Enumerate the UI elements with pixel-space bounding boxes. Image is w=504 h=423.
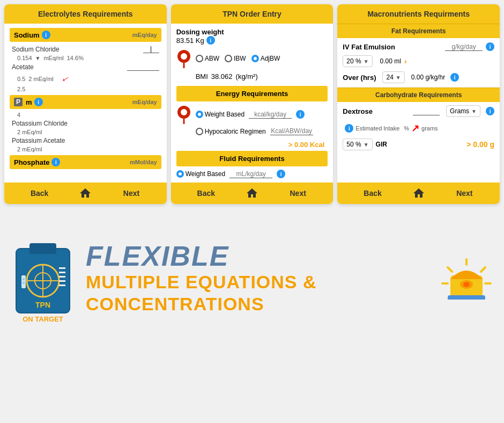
- macro-next-button[interactable]: Next: [429, 183, 500, 204]
- svg-rect-14: [59, 272, 65, 273]
- ibw-label: IBW: [234, 55, 246, 62]
- over-hrs-value: 24: [386, 74, 393, 81]
- potassium-chloride-sub: 2 mEq/ml: [10, 128, 161, 136]
- iv-fat-input[interactable]: [445, 43, 483, 51]
- dosing-weight-label: Dosing weight: [176, 28, 224, 36]
- dextrose-info[interactable]: i: [486, 107, 494, 115]
- macro-home-icon[interactable]: [408, 183, 429, 204]
- estimated-unit1: %: [404, 125, 409, 132]
- sodium-chloride-input[interactable]: [143, 45, 159, 53]
- macro-back-button[interactable]: Back: [337, 183, 407, 204]
- weight-based-info[interactable]: i: [296, 110, 305, 119]
- estimated-intake-row: i Estimated Intake % ↗ grams: [343, 121, 494, 135]
- bmi-row: BMI 38.062 (kg/m²): [176, 72, 328, 81]
- pin-icon-2: [176, 105, 191, 124]
- estimated-label: Estimated Intake: [355, 125, 399, 132]
- iv-fat-info[interactable]: i: [486, 42, 494, 51]
- sodium-value: 0.154: [17, 55, 32, 61]
- carb-subheader: Carbohydrate Requirements: [337, 87, 500, 102]
- potassium-acetate-row: Potassium Acetate: [10, 136, 161, 145]
- flexible-title: FLEXIBLE: [86, 242, 429, 270]
- hypocaloric-option[interactable]: Hypocaloric Regimen: [196, 128, 266, 135]
- acetate-input[interactable]: [127, 63, 159, 71]
- ibw-option[interactable]: IBW: [225, 55, 246, 62]
- fat-concentration-row: 20 % ▼ 0.00 ml ›: [343, 55, 494, 67]
- weight-based-option[interactable]: Weight Based: [196, 111, 245, 118]
- svg-rect-5: [29, 243, 56, 254]
- electrolytes-next-button[interactable]: Next: [96, 183, 166, 204]
- over-hrs-info[interactable]: i: [450, 73, 459, 82]
- electrolytes-back-button[interactable]: Back: [4, 183, 75, 204]
- sodium-info-icon[interactable]: i: [42, 31, 50, 39]
- dosing-info[interactable]: i: [206, 36, 215, 45]
- sodium-unit: mEq/day: [132, 32, 157, 38]
- carb-arrow-annotation: ↗: [411, 122, 419, 134]
- dosing-weight-row: Dosing weight 83.51 Kg i: [176, 28, 328, 45]
- bmi-unit: (kg/m²): [236, 72, 258, 81]
- bottom-section: TPN ON TARGET FLEXIBLE MULTIPLE EQUATION…: [0, 208, 504, 348]
- fat-concentration-value: 20 %: [346, 57, 361, 65]
- estimated-info[interactable]: i: [345, 124, 353, 133]
- svg-point-3: [181, 109, 187, 115]
- svg-line-21: [481, 267, 485, 272]
- dextrose-label: Dextrose: [343, 107, 373, 115]
- electrolytes-home-icon[interactable]: [75, 183, 96, 204]
- tpn-next-button[interactable]: Next: [263, 183, 333, 204]
- fluid-weight-based-input[interactable]: [229, 170, 272, 178]
- bmi-value: 38.062: [211, 72, 233, 81]
- fluid-header: Fluid Requirements: [176, 151, 328, 166]
- svg-rect-25: [448, 295, 485, 300]
- weight-based-input[interactable]: [249, 111, 292, 119]
- sodium-label: Sodium: [14, 31, 40, 39]
- dosing-weight-value: 83.51 Kg: [176, 37, 204, 45]
- hypocaloric-label: Hypocaloric Regimen: [205, 128, 266, 135]
- svg-rect-17: [59, 285, 65, 286]
- potassium-info[interactable]: i: [34, 98, 43, 106]
- dextrose-row: Dextrose Grams ▼ i: [343, 105, 494, 117]
- fluid-weight-info[interactable]: i: [277, 170, 285, 178]
- dextrose-unit: Grams: [450, 107, 469, 115]
- flexible-subtitle1: MULTIPLE EQUATIONS &: [86, 272, 429, 292]
- weight-type-group: ABW IBW AdjBW: [196, 55, 280, 62]
- phosphate-section: Phosphate i mMol/day: [10, 155, 161, 169]
- sodium-unit-ml: mEq/ml: [43, 55, 63, 61]
- dextrose-input[interactable]: [413, 107, 440, 115]
- tpn-home-icon[interactable]: [241, 183, 263, 204]
- gir-concentration-select[interactable]: 50 % ▼: [343, 138, 372, 150]
- flexible-text-area: FLEXIBLE MULTIPLE EQUATIONS & CONCENTRAT…: [86, 242, 429, 315]
- potassium-label: P: [14, 98, 23, 106]
- tpn-header: TPN Order Entry: [171, 4, 333, 24]
- acetate-sub: 0.5 2 mEq/ml ←: [10, 72, 161, 85]
- iv-fat-row: IV Fat Emulsion i: [343, 42, 494, 51]
- fat-subheader: Fat Requirements: [337, 24, 500, 38]
- tpn-back-button[interactable]: Back: [171, 183, 241, 204]
- over-hrs-rate: 0.00 g/kg/hr: [411, 74, 445, 81]
- sodium-chloride-label: Sodium Chloride: [12, 46, 60, 53]
- fat-arrow-right[interactable]: ›: [404, 57, 407, 65]
- dextrose-unit-select[interactable]: Grams ▼: [446, 105, 480, 117]
- arrow-annotation: ←: [57, 71, 73, 87]
- over-hrs-select[interactable]: 24 ▼: [382, 71, 404, 83]
- fluid-weight-based-option[interactable]: Weight Based: [176, 170, 226, 178]
- over-hrs-label: Over (hrs): [343, 74, 376, 82]
- sodium-chloride-row: Sodium Chloride: [10, 44, 161, 54]
- estimated-unit2: grams: [421, 125, 438, 132]
- phosphate-unit: mMol/day: [130, 159, 157, 165]
- sodium-dropdown[interactable]: ▼: [35, 55, 41, 61]
- gir-dropdown-arrow: ▼: [364, 142, 369, 148]
- acetate-label: Acetate: [12, 63, 34, 71]
- tpn-logo: TPN ON TARGET: [11, 238, 75, 318]
- potassium-acetate-sub: 2 mEq/ml: [10, 145, 161, 153]
- fat-dropdown-arrow: ▼: [364, 59, 369, 64]
- abw-option[interactable]: ABW: [196, 55, 219, 62]
- potassium-chloride-row: Potassium Chloride: [10, 119, 161, 128]
- dextrose-arrow: ▼: [471, 108, 477, 114]
- phosphate-info[interactable]: i: [51, 158, 60, 166]
- alarm-icon: [440, 257, 493, 300]
- fat-concentration-select[interactable]: 20 % ▼: [343, 55, 372, 67]
- adjbw-option[interactable]: AdjBW: [251, 55, 280, 62]
- flexible-subtitle2: CONCENTRATIONS: [86, 294, 429, 314]
- svg-line-20: [448, 267, 452, 272]
- hypocaloric-input[interactable]: [270, 127, 313, 135]
- over-hrs-arrow: ▼: [396, 75, 401, 81]
